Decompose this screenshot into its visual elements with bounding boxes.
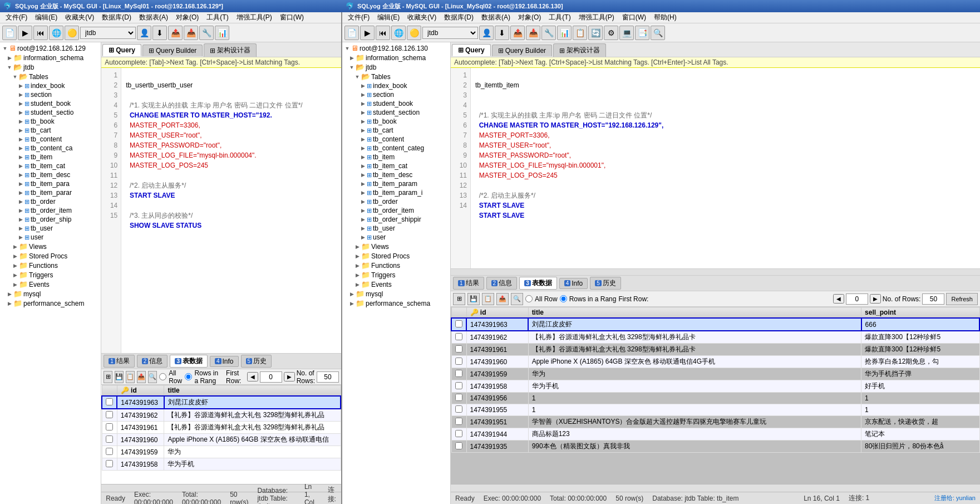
left-tree-section[interactable]: ▶ ⊞ section bbox=[1, 90, 100, 99]
toolbar-btn-1[interactable]: 📄 bbox=[2, 26, 17, 40]
refresh-button[interactable]: Refresh bbox=[946, 293, 978, 305]
right-tree-tb-book[interactable]: ▶ ⊞ tb_book bbox=[343, 117, 449, 126]
left-row1-check[interactable] bbox=[102, 396, 117, 409]
left-btab-history[interactable]: 5 历史 bbox=[241, 355, 272, 368]
right-rtb-btn5[interactable]: 🔍 bbox=[511, 293, 523, 305]
left-btab-infonum[interactable]: 4 Info bbox=[210, 356, 239, 367]
menu-edit-left[interactable]: 编辑(E) bbox=[32, 12, 61, 23]
right-toolbar-btn-13[interactable]: 🔄 bbox=[588, 26, 603, 40]
right-btab-result[interactable]: 1 结果 bbox=[453, 277, 484, 290]
left-tree-tb-content[interactable]: ▶ ⊞ tb_content bbox=[1, 135, 100, 144]
toolbar-btn-5[interactable]: 🟡 bbox=[65, 26, 79, 40]
left-page-input[interactable] bbox=[260, 371, 282, 383]
right-btab-history[interactable]: 5 历史 bbox=[590, 277, 621, 290]
right-table-row-4[interactable]: 1474391960 Apple iPhone X (A1865) 64GB 深… bbox=[451, 356, 979, 368]
right-table-row-8[interactable]: 1474391955 1 1 bbox=[451, 404, 979, 416]
left-tree-mysql[interactable]: ▶ 📁 mysql bbox=[1, 289, 100, 299]
right-code-content[interactable]: tb_itemtb_item /*1. 实现主从的挂载 主库:ip 用户名 密码… bbox=[471, 68, 980, 268]
left-tree-tables[interactable]: ▼ 📂 Tables bbox=[1, 72, 100, 81]
left-row2-check[interactable] bbox=[102, 409, 117, 422]
right-prev-page[interactable]: ◀ bbox=[833, 294, 844, 304]
left-radio-range[interactable] bbox=[185, 373, 192, 380]
right-tree-tb-order-item[interactable]: ▶ ⊞ tb_order_item bbox=[343, 206, 449, 215]
menu-tools-left[interactable]: 工具(T) bbox=[203, 12, 232, 23]
right-tree-tables[interactable]: ▼ 📂 Tables bbox=[343, 72, 449, 81]
right-table-row-2[interactable]: 1474391962 【礼券】谷源道海鲜礼盒大礼包 3298型海鲜礼券礼品卡 爆… bbox=[451, 331, 979, 344]
left-tree-triggers[interactable]: ▶ 📁 Triggers bbox=[1, 270, 100, 280]
toolbar-btn-2[interactable]: ▶ bbox=[18, 26, 32, 40]
left-code-content[interactable]: tb_usertb_usertb_user /*1. 实现主从的挂载 主库:ip… bbox=[121, 68, 341, 353]
menu-db-left[interactable]: 数据库(D) bbox=[99, 12, 135, 23]
menu-file-right[interactable]: 文件(F) bbox=[344, 12, 373, 23]
right-tree-functions[interactable]: ▶ 📁 Functions bbox=[343, 261, 449, 270]
right-tree-server[interactable]: ▼ 🖥 root@192.168.126.130 bbox=[343, 43, 449, 53]
right-col-sellpoint[interactable]: sell_point bbox=[861, 307, 979, 319]
left-tree-user[interactable]: ▶ ⊞ user bbox=[1, 233, 100, 242]
toolbar-btn-8[interactable]: 📤 bbox=[168, 26, 183, 40]
right-table-row-9[interactable]: 1474391951 学智善（XUEZHISHANTOYS）合金版超大遥控越野车… bbox=[451, 416, 979, 428]
left-db-select[interactable]: jtdb bbox=[80, 27, 136, 39]
right-toolbar-btn-11[interactable]: 📊 bbox=[557, 26, 572, 40]
menu-tools-right[interactable]: 工具(T) bbox=[545, 12, 574, 23]
menu-table-right[interactable]: 数据表(A) bbox=[478, 12, 514, 23]
left-row4-check[interactable] bbox=[102, 434, 117, 446]
right-rows-input[interactable] bbox=[922, 293, 944, 305]
left-tree-tb-item-desc[interactable]: ▶ ⊞ tb_item_desc bbox=[1, 170, 100, 179]
menu-table-left[interactable]: 数据表(A) bbox=[136, 12, 171, 23]
right-btab-info[interactable]: 2 信息 bbox=[486, 277, 518, 290]
right-col-title[interactable]: title bbox=[528, 307, 861, 319]
right-rtb-btn3[interactable]: 📋 bbox=[482, 293, 494, 305]
left-tree-server[interactable]: ▼ 🖥 root@192.168.126.129 bbox=[1, 43, 100, 53]
left-tree-tb-item[interactable]: ▶ ⊞ tb_item bbox=[1, 153, 100, 162]
left-tree-tb-user[interactable]: ▶ ⊞ tb_user bbox=[1, 224, 100, 233]
left-tree-tb-cart[interactable]: ▶ ⊞ tb_cart bbox=[1, 126, 100, 135]
right-tree-stored-procs[interactable]: ▶ 📁 Stored Procs bbox=[343, 251, 449, 261]
menu-help-right[interactable]: 帮助(H) bbox=[651, 12, 680, 23]
toolbar-btn-7[interactable]: ⬇ bbox=[152, 26, 167, 40]
left-table-row-4[interactable]: 1474391960 Apple iPhone X (A1865) 64GB 深… bbox=[102, 434, 341, 446]
left-rows-input[interactable] bbox=[317, 371, 339, 383]
left-tree-stored-procs[interactable]: ▶ 📁 Stored Procs bbox=[1, 251, 100, 261]
right-toolbar-btn-5[interactable]: 🟡 bbox=[407, 26, 421, 40]
right-row4-check[interactable] bbox=[451, 356, 466, 368]
left-tree-tb-item-cat[interactable]: ▶ ⊞ tb_item_cat bbox=[1, 162, 100, 170]
left-tree-views[interactable]: ▶ 📁 Views bbox=[1, 242, 100, 251]
toolbar-btn-11[interactable]: 📊 bbox=[215, 26, 229, 40]
toolbar-btn-6[interactable]: 👤 bbox=[137, 26, 151, 40]
right-toolbar-btn-1[interactable]: 📄 bbox=[344, 26, 359, 40]
right-row8-check[interactable] bbox=[451, 404, 466, 416]
right-tree-tb-user[interactable]: ▶ ⊞ tb_user bbox=[343, 224, 449, 233]
left-tree-perf-schema[interactable]: ▶ 📁 performance_schem bbox=[1, 299, 100, 308]
right-table-row-1[interactable]: 1474391963 刘昆江皮皮虾 666 bbox=[451, 318, 979, 331]
left-tree-functions[interactable]: ▶ 📁 Functions bbox=[1, 261, 100, 270]
right-toolbar-btn-3[interactable]: ⏮ bbox=[376, 26, 390, 40]
right-tree-tb-order-shippir[interactable]: ▶ ⊞ tb_order_shippir bbox=[343, 215, 449, 224]
right-btab-tabledata[interactable]: 3 表数据 bbox=[519, 277, 557, 290]
right-tree-section[interactable]: ▶ ⊞ section bbox=[343, 90, 449, 99]
right-row9-check[interactable] bbox=[451, 416, 466, 428]
left-tree-tb-item-parar[interactable]: ▶ ⊞ tb_item_parar bbox=[1, 188, 100, 197]
right-toolbar-btn-17[interactable]: 🔍 bbox=[651, 26, 665, 40]
left-radio-allrow[interactable] bbox=[159, 373, 166, 380]
right-db-select[interactable]: jtdb bbox=[422, 27, 478, 39]
left-table-row-2[interactable]: 1474391962 【礼券】谷源道海鲜礼盒大礼包 3298型海鲜礼券礼品 bbox=[102, 409, 341, 422]
right-tree-tb-content-categ[interactable]: ▶ ⊞ tb_content_categ bbox=[343, 144, 449, 153]
left-col-title[interactable]: title bbox=[164, 385, 341, 397]
left-row6-check[interactable] bbox=[102, 458, 117, 471]
left-tree-student-book[interactable]: ▶ ⊞ student_book bbox=[1, 99, 100, 108]
left-prev-page[interactable]: ◀ bbox=[247, 372, 258, 381]
right-rtb-btn4[interactable]: 📤 bbox=[496, 293, 509, 305]
menu-edit-right[interactable]: 编辑(E) bbox=[374, 12, 403, 23]
left-rtb-btn5[interactable]: 🔍 bbox=[148, 371, 157, 383]
right-scrollbar-x[interactable] bbox=[451, 484, 980, 492]
left-btab-tabledata[interactable]: 3 表数据 bbox=[170, 355, 208, 368]
right-row3-check[interactable] bbox=[451, 344, 466, 356]
right-row1-check[interactable] bbox=[451, 318, 466, 331]
left-next-page[interactable]: ▶ bbox=[284, 372, 295, 381]
left-tree-infodb[interactable]: ▶ 📁 information_schema bbox=[1, 53, 100, 62]
left-rtb-btn1[interactable]: ⊞ bbox=[104, 371, 112, 383]
right-row10-check[interactable] bbox=[451, 428, 466, 441]
right-tree-jtdb[interactable]: ▼ 📂 jtdb bbox=[343, 62, 449, 72]
right-table-row-6[interactable]: 1474391958 华为手机 好手机 bbox=[451, 380, 979, 393]
toolbar-btn-4[interactable]: 🌐 bbox=[49, 26, 63, 40]
